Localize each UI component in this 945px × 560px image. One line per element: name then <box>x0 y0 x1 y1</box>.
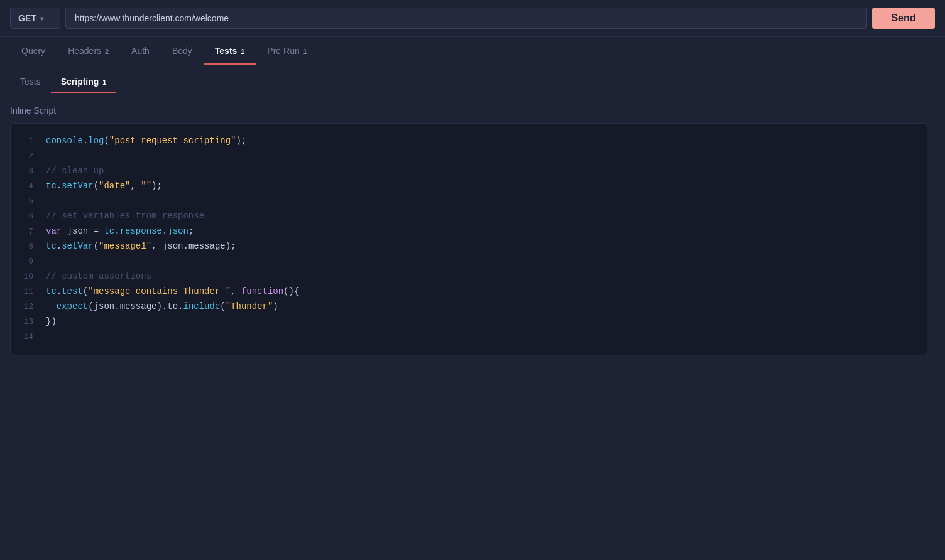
code-token: json <box>162 241 183 251</box>
code-token: . <box>114 226 119 236</box>
code-token: }) <box>46 316 57 326</box>
tab-auth[interactable]: Auth <box>120 37 161 65</box>
sub-tab-tests[interactable]: Tests <box>10 70 51 93</box>
line-number: 4 <box>21 180 46 193</box>
code-line: 11tc.test("message contains Thunder ", f… <box>11 284 927 299</box>
sub-tab-scripting[interactable]: Scripting 1 <box>51 70 117 93</box>
code-content[interactable]: }) <box>46 315 57 330</box>
code-token: "" <box>141 181 151 191</box>
code-token: ). <box>156 301 167 311</box>
code-token: "date" <box>99 181 130 191</box>
code-token: expect <box>57 301 88 311</box>
code-content[interactable]: console.log("post request scripting"); <box>46 134 246 149</box>
code-line: 2 <box>11 149 927 164</box>
code-editor[interactable]: 1console.log("post request scripting");2… <box>10 123 927 355</box>
code-token: ) <box>273 301 278 311</box>
url-input[interactable] <box>65 8 867 29</box>
tab-body[interactable]: Body <box>161 37 204 65</box>
code-token: ( <box>220 301 225 311</box>
code-content[interactable]: tc.setVar("message1", json.message); <box>46 239 236 254</box>
code-content[interactable]: // custom assertions <box>46 269 151 284</box>
send-button[interactable]: Send <box>872 8 935 29</box>
code-token: . <box>83 136 88 146</box>
code-line: 7var json = tc.response.json; <box>11 224 927 239</box>
code-token: . <box>57 286 62 296</box>
code-content[interactable] <box>46 330 51 345</box>
code-token: var <box>46 226 67 236</box>
line-number: 6 <box>21 210 46 223</box>
code-token: tc <box>46 181 57 191</box>
line-number: 7 <box>21 225 46 239</box>
tab-query[interactable]: Query <box>10 37 57 65</box>
code-token: log <box>88 136 104 146</box>
code-content[interactable]: var json = tc.response.json; <box>46 224 194 239</box>
code-token: . <box>57 241 62 251</box>
code-token: // clean up <box>46 166 104 176</box>
code-token: ; <box>188 226 194 236</box>
code-content[interactable] <box>46 194 51 209</box>
code-content[interactable]: // clean up <box>46 164 104 179</box>
tab-bar: QueryHeaders 2AuthBodyTests 1Pre Run 1 <box>0 37 945 65</box>
code-token: , <box>231 286 241 296</box>
line-number: 11 <box>21 285 46 299</box>
code-token: console <box>46 136 83 146</box>
tab-pre-run[interactable]: Pre Run 1 <box>256 37 318 65</box>
code-token: tc <box>104 226 114 236</box>
code-line: 3// clean up <box>11 164 927 179</box>
code-token: json <box>67 226 94 236</box>
line-number: 14 <box>21 330 46 344</box>
code-token: function <box>241 286 283 296</box>
code-token: ( <box>83 286 88 296</box>
tab-headers[interactable]: Headers 2 <box>57 37 120 65</box>
code-token: // custom assertions <box>46 271 151 281</box>
code-line: 4tc.setVar("date", ""); <box>11 179 927 194</box>
code-token: json <box>94 301 115 311</box>
content-area: Inline Script 1console.log("post request… <box>0 93 945 368</box>
code-content[interactable]: tc.setVar("date", ""); <box>46 179 162 194</box>
code-content[interactable]: // set variables from response <box>46 209 204 224</box>
code-token: . <box>178 301 183 311</box>
code-token: ); <box>226 241 236 251</box>
code-content[interactable]: expect(json.message).to.include("Thunder… <box>46 299 278 315</box>
line-number: 9 <box>21 255 46 269</box>
code-token: message <box>120 301 157 311</box>
code-content[interactable] <box>46 254 51 269</box>
code-token: ( <box>104 136 109 146</box>
line-number: 8 <box>21 240 46 254</box>
method-selector[interactable]: GET ▾ <box>10 8 60 29</box>
code-token: ( <box>94 241 99 251</box>
code-token: "post request scripting" <box>109 136 236 146</box>
tab-tests[interactable]: Tests 1 <box>204 37 256 65</box>
code-content[interactable]: tc.test("message contains Thunder ", fun… <box>46 284 299 299</box>
code-token: setVar <box>62 181 93 191</box>
code-token: test <box>62 286 83 296</box>
line-number: 2 <box>21 149 46 163</box>
code-token: ); <box>236 136 246 146</box>
line-number: 3 <box>21 164 46 178</box>
code-line: 9 <box>11 254 927 269</box>
line-number: 1 <box>21 134 46 148</box>
code-token <box>46 301 57 311</box>
code-line: 14 <box>11 330 927 345</box>
code-line: 6// set variables from response <box>11 209 927 224</box>
sub-tab-bar: TestsScripting 1 <box>0 65 945 93</box>
code-token: json <box>167 226 188 236</box>
code-token: = <box>94 226 104 236</box>
code-token: ( <box>88 301 93 311</box>
url-bar: GET ▾ Send <box>0 0 945 37</box>
line-number: 10 <box>21 270 46 284</box>
code-token: , <box>130 181 141 191</box>
code-line: 12 expect(json.message).to.include("Thun… <box>11 299 927 315</box>
line-number: 13 <box>21 315 46 329</box>
code-content[interactable] <box>46 149 51 164</box>
code-line: 5 <box>11 194 927 209</box>
code-editor-wrapper: 1console.log("post request scripting");2… <box>10 123 935 355</box>
code-token: tc <box>46 241 57 251</box>
code-token: // set variables from response <box>46 211 204 221</box>
code-token: ); <box>151 181 162 191</box>
method-chevron-icon: ▾ <box>40 15 43 22</box>
code-token: response <box>120 226 162 236</box>
code-token: ( <box>94 181 99 191</box>
section-label: Inline Script <box>10 105 935 116</box>
code-token: . <box>57 181 62 191</box>
